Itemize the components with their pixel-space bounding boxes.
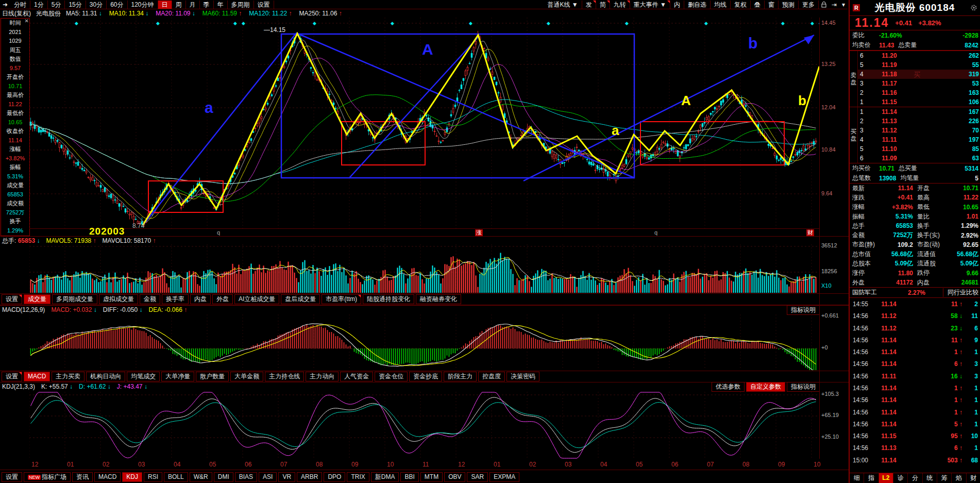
indicator-tab-RSI[interactable]: RSI (144, 472, 162, 482)
close-icon[interactable]: ✕ (25, 19, 29, 24)
toolbar-button-删自选[interactable]: 删自选 (684, 1, 711, 9)
toolbar-end-icon-0[interactable]: ⇥ (829, 1, 839, 8)
indicator-tab-DMI[interactable]: DMI (214, 472, 233, 482)
volume-tab-设置[interactable]: 设置 (2, 294, 22, 304)
volume-tab-虚拟成交量[interactable]: 虚拟成交量 (99, 294, 138, 304)
volume-chart[interactable] (29, 244, 819, 293)
quote-tab-L2[interactable]: L2 (879, 473, 893, 483)
macd-tab-资金抄底[interactable]: 资金抄底 (409, 372, 442, 381)
event-marker-3[interactable]: 财 (806, 229, 814, 236)
buy-level-2[interactable]: 211.13226 (858, 116, 980, 126)
sell-level-6[interactable]: 611.20262 (858, 51, 980, 60)
quote-tab-诊[interactable]: 诊 (893, 473, 908, 483)
buy-level-4[interactable]: 411.11197 (858, 135, 980, 144)
macd-tab-机构日动向[interactable]: 机构日动向 (86, 372, 125, 381)
indicator-tab-BBI[interactable]: BBI (400, 472, 418, 482)
period-tab-月[interactable]: 月 (186, 1, 200, 9)
indicator-tab-ASI[interactable]: ASI (259, 472, 277, 482)
indicator-tab-VR[interactable]: VR (278, 472, 295, 482)
period-tab-多周期[interactable]: 多周期 (228, 1, 254, 9)
macd-tab-资金仓位[interactable]: 资金仓位 (375, 372, 408, 381)
indicator-tab-MTM[interactable]: MTM (420, 472, 443, 482)
volume-tab-盘后成交量[interactable]: 盘后成交量 (281, 294, 320, 304)
industry-compare-button[interactable]: 同行业比较 (943, 288, 978, 297)
buy-level-5[interactable]: 511.1085 (858, 144, 980, 154)
forward-arrow-icon[interactable]: ➜ (0, 1, 10, 8)
macd-tab-主力买卖[interactable]: 主力买卖 (52, 372, 85, 381)
event-marker-1[interactable]: 涨 (475, 229, 483, 236)
indicator-tab-W&R[interactable]: W&R (190, 472, 212, 482)
sell-level-1[interactable]: 111.15106 (858, 97, 980, 107)
kdj-button-优选参数[interactable]: 优选参数 (712, 382, 745, 392)
macd-tab-设置[interactable]: 设置 (2, 372, 22, 381)
quote-tab-细[interactable]: 细 (850, 473, 864, 483)
event-marker-0[interactable]: q (216, 229, 221, 236)
indicator-tab-EXPMA[interactable]: EXPMA (489, 472, 519, 482)
volume-tab-融资融券变化[interactable]: 融资融券变化 (416, 294, 461, 304)
macd-chart[interactable] (29, 314, 819, 370)
indicator-tab-资讯[interactable]: 资讯 (72, 472, 93, 482)
volume-tab-AI立桩成交量[interactable]: AI立桩成交量 (234, 294, 279, 304)
period-tab-年[interactable]: 年 (214, 1, 228, 9)
period-tab-60分[interactable]: 60分 (107, 1, 127, 9)
toolbar-button-均线[interactable]: 均线 (711, 1, 731, 9)
quote-tab-财[interactable]: 财 (967, 473, 980, 483)
macd-tab-控盘度[interactable]: 控盘度 (478, 372, 505, 381)
toolbar-button-九转[interactable]: 九转 (610, 1, 630, 9)
volume-tab-陆股通持股变化[interactable]: 陆股通持股变化 (363, 294, 414, 304)
toolbar-button-叠[interactable]: 叠 (751, 1, 765, 9)
indicator-tab-指标广场[interactable]: NEW指标广场 (24, 472, 71, 482)
period-tab-季[interactable]: 季 (200, 1, 214, 9)
indicator-tab-MACD[interactable]: MACD (94, 472, 121, 482)
toolbar-button-复权[interactable]: 复权 (731, 1, 751, 9)
event-marker-2[interactable]: q (653, 229, 658, 236)
lock-icon[interactable] (819, 2, 829, 8)
macd-tab-散户数量[interactable]: 散户数量 (196, 372, 229, 381)
kdj-button-指标说明[interactable]: 指标说明 (787, 382, 820, 392)
kline-type-select[interactable]: 普通K线 ▼ (544, 1, 582, 9)
quote-tab-焰[interactable]: 焰 (952, 473, 966, 483)
macd-help-button[interactable]: 指标说明 (787, 305, 820, 315)
sell-level-4[interactable]: 411.18买319 (858, 70, 980, 79)
toolbar-button-窗[interactable]: 窗 (765, 1, 779, 9)
tick-list[interactable]: 14:5511.1411 ↑214:5611.1258 ↓1114:5611.1… (850, 298, 980, 473)
indicator-tab-BOLL[interactable]: BOLL (164, 472, 188, 482)
sell-level-3[interactable]: 311.1753 (858, 79, 980, 88)
volume-tab-内盘[interactable]: 内盘 (190, 294, 211, 304)
sell-level-5[interactable]: 511.1955 (858, 60, 980, 70)
macd-tab-主力动向[interactable]: 主力动向 (306, 372, 339, 381)
period-tab-1分[interactable]: 1分 (30, 1, 48, 9)
macd-tab-主力持仓线[interactable]: 主力持仓线 (265, 372, 304, 381)
macd-tab-大单金额[interactable]: 大单金额 (230, 372, 263, 381)
toolbar-end-icon-1[interactable]: ▾ (839, 1, 848, 8)
period-tab-周[interactable]: 周 (172, 1, 186, 9)
toolbar-button-发[interactable]: 发 (582, 1, 596, 9)
toolbar-button-简[interactable]: 简 (596, 1, 610, 9)
buy-level-6[interactable]: 611.0963 (858, 154, 980, 163)
period-tab-分时[interactable]: 分时 (10, 1, 30, 9)
quote-tab-筹[interactable]: 筹 (937, 473, 952, 483)
macd-tab-MACD[interactable]: MACD (24, 372, 50, 381)
macd-tab-人气资金[interactable]: 人气资金 (340, 372, 373, 381)
indicator-tab-设置[interactable]: 设置 (2, 472, 22, 482)
macd-tab-决策密码[interactable]: 决策密码 (506, 372, 539, 381)
indicator-tab-TRIX[interactable]: TRIX (347, 472, 369, 482)
period-tab-设置[interactable]: 设置 (254, 1, 274, 9)
toolbar-button-预测[interactable]: 预测 (779, 1, 799, 9)
indicator-tab-BIAS[interactable]: BIAS (235, 472, 257, 482)
indicator-tab-KDJ[interactable]: KDJ (122, 472, 142, 482)
quote-tab-统[interactable]: 统 (923, 473, 937, 483)
macd-tab-阶段主力[interactable]: 阶段主力 (444, 372, 477, 381)
gear-icon[interactable] (970, 4, 978, 12)
quote-tab-分[interactable]: 分 (908, 473, 922, 483)
toolbar-button-重大事件[interactable]: 重大事件 ▼ (630, 1, 670, 9)
volume-tab-市盈率(ttm)[interactable]: 市盈率(ttm) (322, 294, 361, 304)
toolbar-button-内[interactable]: 内 (670, 1, 684, 9)
period-tab-15分[interactable]: 15分 (65, 1, 86, 9)
indicator-tab-SAR[interactable]: SAR (467, 472, 488, 482)
buy-level-3[interactable]: 311.1270 (858, 126, 980, 135)
indicator-tab-新DMA[interactable]: 新DMA (371, 472, 399, 482)
quote-tab-指[interactable]: 指 (864, 473, 878, 483)
buy-level-1[interactable]: 111.14167 (858, 107, 980, 116)
volume-tab-多周期成交量[interactable]: 多周期成交量 (52, 294, 97, 304)
